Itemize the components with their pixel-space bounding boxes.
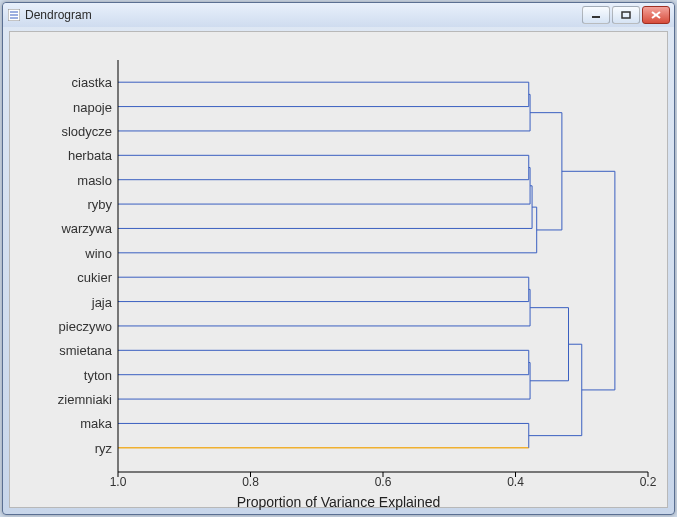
leaf-label: ciastka [16,75,112,90]
leaf-label: ryby [16,197,112,212]
leaf-label: pieczywo [16,318,112,333]
plot-panel: ciastkanapojeslodyczeherbatamaslorybywar… [9,31,668,508]
leaf-label: herbata [16,148,112,163]
leaf-label: warzywa [16,221,112,236]
x-axis-title: Proportion of Variance Explained [10,494,667,510]
leaf-label: tyton [16,367,112,382]
leaf-label: napoje [16,99,112,114]
leaf-label: jaja [16,294,112,309]
leaf-label: maslo [16,172,112,187]
leaf-label: slodycze [16,123,112,138]
titlebar[interactable]: Dendrogram [3,3,674,27]
minimize-button[interactable] [582,6,610,24]
dendrogram-svg [118,60,648,480]
maximize-button[interactable] [612,6,640,24]
window-title: Dendrogram [25,8,582,22]
leaf-label: wino [16,245,112,260]
leaf-label: cukier [16,270,112,285]
leaf-label: ziemniaki [16,392,112,407]
close-button[interactable] [642,6,670,24]
leaf-label: maka [16,416,112,431]
leaf-label: ryz [16,440,112,455]
app-icon [7,8,21,22]
leaf-label: smietana [16,343,112,358]
window-buttons [582,6,670,24]
svg-rect-5 [622,12,630,18]
app-window: Dendrogram ciastkanapojeslodyczeherbatam… [2,2,675,515]
dendrogram-plot [118,60,648,470]
